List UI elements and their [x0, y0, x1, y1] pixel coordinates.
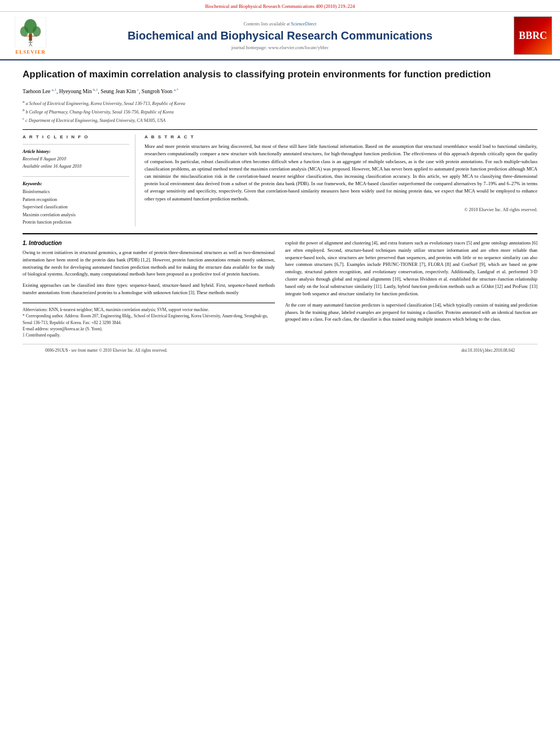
author-sup-astar: a,* — [174, 88, 178, 92]
footnote-email: E-mail address: sryoon@korea.ac.kr (S. Y… — [23, 326, 275, 332]
copyright-line: © 2010 Elsevier Inc. All rights reserved… — [145, 207, 537, 212]
bottom-bar: 0006-291X/$ - see front matter © 2010 El… — [23, 344, 537, 356]
bbrc-logo-container: BBRC — [507, 16, 552, 55]
page-wrapper: Biochemical and Biophysical Research Com… — [0, 0, 560, 747]
intro-para-2: Existing approaches can be classified in… — [23, 282, 275, 297]
divider-2 — [23, 176, 129, 177]
article-title: Application of maximin correlation analy… — [23, 68, 537, 81]
article-info-label: A R T I C L E I N F O — [23, 134, 129, 139]
svg-point-6 — [29, 38, 32, 41]
svg-rect-5 — [24, 36, 37, 37]
abstract-label: A B S T R A C T — [145, 134, 537, 139]
aff-b-text: b College of Pharmacy, Chung-Ang Univers… — [26, 110, 174, 115]
svg-point-2 — [20, 26, 29, 36]
copyright-notice: 0006-291X/$ - see front matter © 2010 El… — [45, 348, 168, 353]
author-sup-c: c — [137, 88, 139, 92]
svg-point-3 — [33, 26, 41, 36]
aff-sup-c: c — [23, 116, 24, 121]
footnote-abbreviations: Abbreviations: KNN, k-nearest neighbor; … — [23, 307, 275, 313]
aff-sup-b: b — [23, 108, 25, 112]
keyword-4: Maximin correlation analysis — [23, 211, 129, 219]
intro-right-para-1: exploit the power of alignment and clust… — [285, 240, 537, 298]
section-divider — [23, 233, 537, 234]
intro-right-para-2: At the core of many automated function p… — [285, 302, 537, 324]
journal-title-center: Contents lists available at ScienceDirec… — [53, 21, 507, 50]
affiliations: a a School of Electrical Engineering, Ko… — [23, 99, 537, 124]
keyword-1: Bioinformatics — [23, 188, 129, 196]
bbrc-text: BBRC — [519, 30, 547, 42]
elsevier-text: ELSEVIER — [15, 49, 46, 55]
content-area: Application of maximin correlation analy… — [0, 60, 560, 364]
footnotes-area: Abbreviations: KNN, k-nearest neighbor; … — [23, 303, 275, 338]
footnote-corresponding: * Corresponding author. Address: Room 20… — [23, 313, 275, 326]
sciencedirect-line: Contents lists available at ScienceDirec… — [53, 21, 507, 27]
intro-para-1: Owing to recent initiatives in structura… — [23, 250, 275, 278]
journal-main-title: Biochemical and Biophysical Research Com… — [53, 29, 507, 42]
journal-citation-bar: Biochemical and Biophysical Research Com… — [0, 0, 560, 12]
sciencedirect-link[interactable]: ScienceDirect — [291, 21, 317, 27]
aff-sup-a: a — [23, 99, 25, 104]
affiliation-a: a a School of Electrical Engineering, Ko… — [23, 99, 537, 107]
footnote-contributed: 1 Contributed equally. — [23, 332, 275, 338]
elsevier-logo: ELSEVIER — [8, 17, 53, 55]
doi-text: doi:10.1016/j.bbrc.2010.08.042 — [461, 348, 515, 353]
keyword-5: Protein function prediction — [23, 219, 129, 226]
journal-header: ELSEVIER Contents lists available at Sci… — [0, 12, 560, 60]
keywords-title: Keywords: — [23, 181, 129, 186]
available-date: Available online 16 August 2010 — [23, 163, 129, 171]
received-date: Received 8 August 2010 — [23, 156, 129, 163]
article-info-abstract: A R T I C L E I N F O Article history: R… — [23, 129, 537, 226]
aff-a-text: a School of Electrical Engineering, Kore… — [26, 101, 185, 106]
bbrc-icon: BBRC — [514, 16, 552, 55]
divider-1 — [23, 144, 129, 145]
keyword-2: Pattern recognition — [23, 196, 129, 204]
article-info-col: A R T I C L E I N F O Article history: R… — [23, 134, 135, 226]
affiliation-b: b b College of Pharmacy, Chung-Ang Unive… — [23, 107, 537, 116]
keywords-section: Keywords: Bioinformatics Pattern recogni… — [23, 181, 129, 226]
history-title: Article history: — [23, 149, 129, 154]
journal-citation-text: Biochemical and Biophysical Research Com… — [205, 3, 355, 9]
aff-c-text: c Department of Electrical Engineering, … — [25, 117, 165, 123]
abstract-col: A B S T R A C T More and more protein st… — [145, 134, 537, 226]
introduction-section: 1. Introduction Owing to recent initiati… — [23, 240, 537, 338]
abstract-text: More and more protein structures are bei… — [145, 143, 537, 202]
email-label: E-mail address: sryoon@korea.ac.kr (S. Y… — [23, 326, 103, 331]
author-sup-b1: b,1 — [93, 88, 98, 92]
journal-homepage: journal homepage: www.elsevier.com/locat… — [53, 45, 507, 50]
intro-left-col: 1. Introduction Owing to recent initiati… — [23, 240, 275, 338]
authors-line: Taehoon Lee a,1, Hyeyoung Min b,1, Seung… — [23, 87, 537, 95]
intro-right-col: exploit the power of alignment and clust… — [285, 240, 537, 338]
contents-label: Contents lists available at — [244, 21, 290, 27]
keyword-3: Supervised classification — [23, 203, 129, 211]
affiliation-c: c c Department of Electrical Engineering… — [23, 116, 537, 124]
article-history: Article history: Received 8 August 2010 … — [23, 149, 129, 171]
author-sup-a1: a,1 — [52, 88, 56, 92]
elsevier-tree-icon — [14, 17, 47, 48]
intro-heading: 1. Introduction — [23, 240, 275, 246]
